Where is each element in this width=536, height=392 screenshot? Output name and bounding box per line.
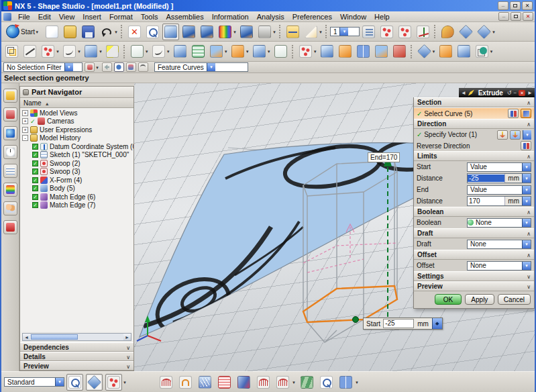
- tree-item-match-edge-7[interactable]: Match Edge (7): [20, 201, 133, 210]
- wireframe-analysis-button[interactable]: [86, 374, 103, 391]
- end-distance-label[interactable]: End=170: [368, 152, 400, 162]
- child-close-button[interactable]: [523, 12, 533, 21]
- menu-format[interactable]: Format: [105, 12, 137, 21]
- image-capture-button[interactable]: [337, 374, 354, 391]
- menu-assemblies[interactable]: Assemblies: [162, 12, 207, 21]
- preview-panel-bar[interactable]: Preview: [20, 361, 133, 371]
- shaded-view-button[interactable]: [162, 23, 179, 40]
- specify-vector-row[interactable]: Specify Vector (1): [414, 129, 534, 140]
- curve-rule-arrow[interactable]: [207, 63, 215, 71]
- vector-type-button[interactable]: [510, 130, 521, 140]
- boolean-arrow[interactable]: [522, 219, 531, 227]
- checkbox-icon[interactable]: [32, 185, 38, 191]
- new-button[interactable]: [44, 23, 60, 40]
- scroll-left-arrow[interactable]: ◄: [23, 334, 30, 340]
- scrollbar-thumb[interactable]: [31, 334, 78, 340]
- view-style-arrow[interactable]: [55, 378, 64, 386]
- swoop-button[interactable]: [229, 43, 246, 60]
- studio-surface-button[interactable]: [208, 43, 225, 60]
- end-distance-field[interactable]: 170 mm: [467, 196, 531, 206]
- curve-selection-button[interactable]: [521, 109, 531, 118]
- constraint-navigator-tab[interactable]: [3, 107, 17, 121]
- bridge-surface-button[interactable]: [373, 43, 390, 60]
- styled-sweep-button[interactable]: [337, 43, 354, 60]
- checkbox-icon[interactable]: [32, 194, 38, 200]
- material-button[interactable]: [256, 23, 273, 40]
- assembly-navigator-tab[interactable]: [3, 89, 17, 103]
- start-distance-field[interactable]: -25 mm: [467, 173, 531, 183]
- save-button[interactable]: [80, 23, 97, 40]
- swept-button[interactable]: [319, 43, 335, 60]
- horizontal-scrollbar[interactable]: ◄ ►: [22, 333, 131, 341]
- minimize-button[interactable]: [498, 1, 508, 10]
- view-style-combo[interactable]: Standard: [4, 377, 64, 387]
- tree-item-match-edge-6[interactable]: Match Edge (6): [20, 193, 133, 201]
- menu-preferences[interactable]: Preferences: [288, 12, 336, 21]
- system-materials-tab[interactable]: [3, 164, 17, 178]
- tree-item-swoop-3[interactable]: Swoop (3): [20, 168, 133, 177]
- start-spinner[interactable]: [432, 318, 442, 329]
- highlight-lines-button[interactable]: [197, 374, 213, 391]
- menu-analysis[interactable]: Analysis: [253, 12, 288, 21]
- polyline-button[interactable]: [40, 43, 56, 60]
- menu-information[interactable]: Information: [208, 12, 253, 21]
- certify-button[interactable]: [299, 374, 315, 391]
- layer-combo-arrow[interactable]: [339, 28, 348, 36]
- measure-angle-button[interactable]: [303, 23, 319, 40]
- tree-item-user-expressions[interactable]: + User Expressions: [20, 126, 133, 134]
- expander-icon[interactable]: +: [22, 118, 28, 124]
- direction-header[interactable]: Direction: [414, 119, 534, 129]
- menu-insert[interactable]: Insert: [78, 12, 105, 21]
- show-layers-button[interactable]: [180, 23, 197, 40]
- menu-edit[interactable]: Edit: [34, 12, 55, 21]
- comb-analysis-button[interactable]: [177, 374, 194, 391]
- ruled-button[interactable]: [251, 43, 268, 60]
- bounded-plane-button[interactable]: [129, 43, 146, 60]
- roles-palette-button[interactable]: [439, 23, 456, 40]
- draft-header[interactable]: Draft: [414, 228, 534, 238]
- boolean-header[interactable]: Boolean: [414, 207, 534, 217]
- curve-on-surface-button[interactable]: [83, 43, 99, 60]
- tree-item-datum-csys[interactable]: Datum Coordinate System (0): [20, 142, 133, 151]
- curve-comb-button[interactable]: [255, 374, 272, 391]
- chevron-left-icon[interactable]: ◄: [461, 90, 466, 96]
- restore-button[interactable]: [510, 1, 521, 10]
- through-curve-mesh-button[interactable]: [297, 43, 314, 60]
- tree-item-xform[interactable]: X-Form (4): [20, 176, 133, 185]
- section-header[interactable]: Section: [414, 97, 534, 107]
- fit-view-button[interactable]: [126, 23, 143, 40]
- n-sided-mesh-button[interactable]: [190, 43, 207, 60]
- checkbox-icon[interactable]: [32, 177, 38, 183]
- offset-header[interactable]: Offset: [414, 250, 534, 260]
- styled-ribbon-button[interactable]: [437, 43, 454, 60]
- end-option-combo[interactable]: Value: [467, 185, 531, 195]
- freeform-surface-button[interactable]: [172, 43, 189, 60]
- ok-button[interactable]: OK: [435, 294, 462, 305]
- start-distance-spinner[interactable]: [522, 174, 531, 183]
- close-button[interactable]: [522, 1, 533, 10]
- reflection-analysis-button[interactable]: [216, 374, 233, 391]
- expander-icon[interactable]: -: [22, 135, 28, 141]
- curve-mesh-button[interactable]: [150, 43, 167, 60]
- start-option-combo[interactable]: Value: [467, 162, 531, 172]
- cancel-button[interactable]: Cancel: [498, 294, 531, 305]
- point-button[interactable]: [378, 23, 395, 40]
- boolean-combo[interactable]: None: [467, 218, 531, 228]
- tree-item-model-history[interactable]: - Model History: [20, 134, 133, 143]
- end-distance-spinner[interactable]: [522, 197, 531, 205]
- undo-button[interactable]: [98, 23, 115, 40]
- checkbox-icon[interactable]: [32, 202, 38, 208]
- vector-dialog-button[interactable]: [497, 130, 508, 140]
- history-tab[interactable]: [3, 145, 17, 159]
- extrude-dialog-titlebar[interactable]: ◄ Extrude ↺ − ✕ ►: [459, 88, 535, 97]
- curve-options-button[interactable]: [508, 109, 519, 118]
- sketch-button[interactable]: [3, 43, 20, 60]
- general-selection-button[interactable]: [85, 62, 95, 72]
- palettes-tab[interactable]: [3, 183, 17, 197]
- pushpin-icon[interactable]: [23, 89, 29, 95]
- snap-eye-button[interactable]: [114, 62, 124, 72]
- peak-lines-button[interactable]: [274, 374, 291, 391]
- tree-item-swoop-2[interactable]: Swoop (2): [20, 159, 133, 168]
- unite-button[interactable]: [474, 43, 490, 60]
- surface-curvature-button[interactable]: [235, 374, 252, 391]
